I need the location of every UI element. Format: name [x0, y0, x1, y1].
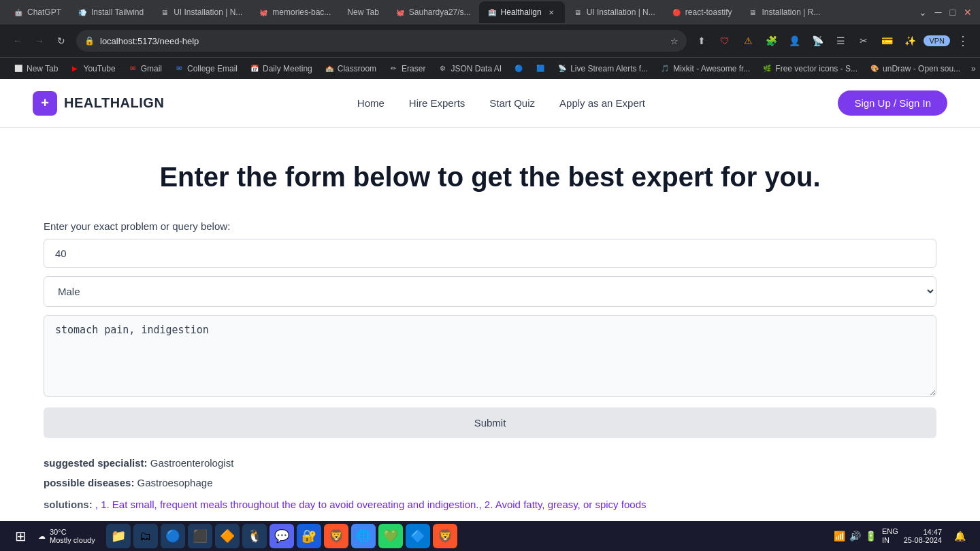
taskbar-left: ⊞ ☁ 30°C Mostly cloudy	[8, 524, 95, 548]
browser-menu-btn[interactable]: ⋮	[954, 31, 972, 51]
minimize-btn[interactable]: ─	[932, 4, 945, 20]
bookmark-label-youtube: YouTube	[83, 64, 115, 73]
page-heading: Enter the form below to get the best exp…	[44, 161, 936, 193]
bookmarks-more-btn[interactable]: »	[967, 61, 980, 76]
taskbar-terminal-btn[interactable]: ⬛	[188, 524, 212, 548]
bookmark-classroom[interactable]: 🏫 Classroom	[319, 61, 382, 76]
tab-close-healthalign[interactable]: ✕	[546, 7, 557, 18]
taskbar-files-btn[interactable]: 📁	[106, 524, 131, 548]
tab-sauhardya[interactable]: 🐙 Sauhardya27/s...	[387, 1, 479, 23]
extensions-icon[interactable]: 🧩	[762, 31, 781, 50]
maximize-btn[interactable]: □	[947, 4, 958, 20]
bookmark-mixkit[interactable]: 🎵 Mixkit - Awesome fr...	[655, 61, 755, 76]
bookmark-gmail[interactable]: ✉ Gmail	[122, 61, 167, 76]
url-actions: ☆	[670, 36, 679, 46]
bookmark-college-email[interactable]: ✉ College Email	[169, 61, 243, 76]
bookmark-live-stream[interactable]: 📡 Live Stream Alerts f...	[552, 61, 653, 76]
taskbar-edge-btn[interactable]: 🔷	[406, 524, 430, 548]
taskbar-discord-btn[interactable]: 💬	[270, 524, 294, 548]
tab-ui-installation[interactable]: 🖥 UI Installation | N...	[152, 1, 250, 23]
logo-symbol: +	[41, 95, 49, 111]
share-btn[interactable]: ⬆	[692, 31, 711, 50]
warning-icon[interactable]: ⚠	[738, 31, 757, 50]
symptoms-textarea[interactable]: stomach pain, indigestion	[44, 315, 936, 397]
tab-memories[interactable]: 🐙 memories-bac...	[250, 1, 339, 23]
forward-btn[interactable]: →	[30, 31, 49, 50]
logo-text: HEALTHALIGN	[64, 95, 164, 111]
screenshot-icon[interactable]: ✂	[854, 31, 873, 50]
page-content: + HEALTHALIGN Home Hire Experts Start Qu…	[0, 79, 980, 551]
taskbar-explorer-btn[interactable]: 🗂	[133, 524, 158, 548]
bookmark-undraw[interactable]: 🎨 unDraw - Open sou...	[864, 61, 966, 76]
nav-link-home[interactable]: Home	[357, 97, 385, 109]
bookmark-b8[interactable]: 🔵	[508, 61, 529, 76]
solutions-label: solutions:	[44, 499, 93, 510]
tab-favicon-tailwind: 💨	[78, 7, 87, 17]
tab-install-tailwind[interactable]: 💨 Install Tailwind	[69, 1, 152, 23]
cast-icon[interactable]: 📡	[808, 31, 827, 50]
profile-icon[interactable]: 👤	[785, 31, 804, 50]
bookmark-eraser[interactable]: ✏ Eraser	[383, 61, 431, 76]
taskbar-bitwarden-btn[interactable]: 🔐	[297, 524, 321, 548]
ai-icon[interactable]: ✨	[900, 31, 919, 50]
volume-icon[interactable]: 🔊	[849, 531, 861, 541]
solutions-value: , 1. Eat small, frequent meals throughou…	[95, 499, 647, 510]
submit-button[interactable]: Submit	[44, 407, 936, 438]
taskbar-date: 25-08-2024	[904, 536, 942, 544]
tab-bar: 🤖 ChatGPT 💨 Install Tailwind 🖥 UI Instal…	[0, 0, 980, 24]
signup-signin-button[interactable]: Sign Up / Sign In	[838, 90, 947, 116]
taskbar-brave2-btn[interactable]: 🦁	[433, 524, 457, 548]
bookmark-favicon-eraser: ✏	[389, 64, 398, 73]
bookmark-free-vector[interactable]: 🌿 Free vector icons - S...	[757, 61, 863, 76]
url-bar[interactable]: 🔒 localhost:5173/need-help ☆	[76, 30, 687, 52]
sidebar-toggle[interactable]: ☰	[831, 31, 850, 50]
logo-icon: +	[33, 91, 57, 116]
bookmark-favicon-youtube: ▶	[70, 64, 80, 73]
tab-installation-r[interactable]: 🖥 Installation | R...	[740, 1, 828, 23]
taskbar-language: ENGIN	[882, 527, 898, 545]
taskbar-bash-btn[interactable]: 🐧	[242, 524, 267, 548]
tab-favicon-ui: 🖥	[160, 7, 169, 17]
bookmark-url-btn[interactable]: ☆	[670, 36, 679, 46]
shield-icon[interactable]: 🛡	[715, 31, 734, 50]
bookmark-label-newtab: New Tab	[27, 64, 58, 73]
tab-healthalign[interactable]: 🏥 Healthalign ✕	[479, 1, 565, 23]
nav-link-hire-experts[interactable]: Hire Experts	[409, 97, 466, 109]
network-icon[interactable]: 📶	[834, 531, 845, 541]
taskbar-brave-btn[interactable]: 🦁	[324, 524, 348, 548]
tab-react-toastify[interactable]: 🔴 react-toastify	[664, 1, 740, 23]
tab-label-chatgpt: ChatGPT	[27, 7, 61, 17]
tab-list-btn[interactable]: ⌄	[916, 4, 930, 20]
taskbar-weather: ☁ 30°C Mostly cloudy	[38, 528, 95, 544]
nav-link-start-quiz[interactable]: Start Quiz	[489, 97, 535, 109]
nav-link-apply-expert[interactable]: Apply as an Expert	[559, 97, 645, 109]
bookmark-favicon-json: ⚙	[438, 64, 447, 73]
bookmark-b9[interactable]: 🟦	[530, 61, 551, 76]
close-browser-btn[interactable]: ✕	[961, 4, 975, 20]
diseases-label: possible diseases:	[44, 477, 134, 488]
tab-chatgpt[interactable]: 🤖 ChatGPT	[5, 1, 69, 23]
refresh-btn[interactable]: ↻	[52, 31, 71, 50]
battery-icon[interactable]: 🔋	[865, 531, 877, 541]
taskbar-git-btn[interactable]: 🔶	[215, 524, 240, 548]
bookmark-youtube[interactable]: ▶ YouTube	[65, 61, 120, 76]
tab-new-tab[interactable]: New Tab	[339, 1, 387, 23]
gender-select[interactable]: Male Female Other	[44, 276, 936, 307]
taskbar-whatsapp-btn[interactable]: 💚	[378, 524, 403, 548]
wallet-icon[interactable]: 💳	[877, 31, 896, 50]
taskbar-chrome-btn[interactable]: 🌐	[351, 524, 376, 548]
diseases-value: Gastroesophage	[137, 477, 213, 488]
lock-icon: 🔒	[84, 36, 95, 46]
vpn-badge[interactable]: VPN	[924, 35, 950, 46]
windows-icon: ⊞	[15, 528, 27, 544]
tab-favicon-ui2: 🖥	[573, 7, 583, 17]
windows-start-btn[interactable]: ⊞	[8, 524, 33, 548]
age-input[interactable]	[44, 239, 936, 268]
notification-btn[interactable]: 🔔	[947, 524, 972, 548]
taskbar-vscode-btn[interactable]: 🔵	[161, 524, 185, 548]
bookmark-new-tab[interactable]: ⬜ New Tab	[8, 61, 63, 76]
bookmark-json-data[interactable]: ⚙ JSON Data AI	[432, 61, 507, 76]
tab-ui-installation-2[interactable]: 🖥 UI Installation | N...	[565, 1, 664, 23]
back-btn[interactable]: ←	[8, 31, 27, 50]
bookmark-daily-meeting[interactable]: 📅 Daily Meeting	[244, 61, 318, 76]
